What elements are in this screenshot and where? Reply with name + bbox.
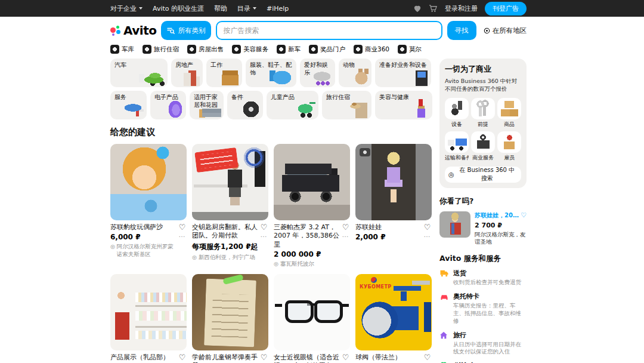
quicknav-more[interactable]: 莫尔 (398, 45, 422, 54)
category-tile-travel-stays[interactable]: 旅行住宿 (322, 91, 371, 119)
service-description: 车辆历史报告：里程、车主、抵押品信息、事故和维修 (453, 302, 527, 325)
business-tile-label: 前提 (471, 121, 495, 128)
category-tile-real-estate[interactable]: 房地产 (171, 59, 203, 87)
category-tile-beauty-health[interactable]: 美容与健康 (375, 91, 432, 119)
favorite-heart-icon[interactable]: ♡ (521, 212, 527, 219)
business-tile-premises[interactable]: 前提 (471, 98, 495, 128)
favorite-heart-icon[interactable]: ♡ (342, 353, 349, 361)
quicknav-new-cars[interactable]: 新车 (277, 45, 301, 54)
favorite-heart-icon[interactable]: ♡ (261, 223, 268, 231)
listing-card[interactable]: 苏联豹纹玩偶萨沙 6,000 ₽ ◎阿尔汉格尔斯克州罗蒙诺索夫斯基区 ♡ … (110, 144, 187, 268)
topbar-link-ihelp[interactable]: #iHelp (267, 5, 289, 13)
service-label: 旅行 (453, 331, 466, 340)
category-tile-home-garden[interactable]: 适用于家居和花园 (190, 91, 224, 119)
quicknav-label: 商业360 (365, 45, 389, 54)
car-report-icon (439, 293, 449, 300)
more-options-icon[interactable]: … (179, 232, 186, 238)
business-tile-business-services[interactable]: 商业服务 (471, 131, 495, 162)
category-tile-spare-parts[interactable]: 备件 (227, 91, 263, 119)
category-tile-clothing[interactable]: 服装、鞋子、配饰 (246, 59, 296, 87)
listing-title[interactable]: 女士近视眼镜（适合近视 4.5度）新款黑色 (274, 353, 341, 363)
quicknav-travel-stays[interactable]: 旅行住宿 (143, 45, 179, 54)
listing-card[interactable]: 产品展示（乳品部） 手头有 33,200 ₽ ◎阿尔汉格尔斯克州罗蒙诺索夫斯基区… (110, 274, 187, 363)
beauty-icon (232, 45, 241, 54)
category-tile-cars[interactable]: 汽车 (110, 59, 168, 87)
region-label: 在所有地区 (493, 26, 527, 35)
shirt-image (267, 68, 295, 86)
category-row-1: 汽车 房地产 工作 服装、鞋子、配饰 爱好和娱乐 动物 准备好业务和设备 (110, 59, 432, 87)
category-tile-electronics[interactable]: 电子产品 (150, 91, 186, 119)
favorite-heart-icon[interactable]: ♡ (179, 223, 186, 231)
quicknav-beauty-services[interactable]: 美容服务 (232, 45, 268, 54)
service-autoteka[interactable]: 奥托特卡 车辆历史报告：里程、车主、抵押品信息、事故和维修 (439, 292, 527, 325)
listing-title[interactable]: 苏联豹纹玩偶萨沙 (110, 223, 178, 232)
service-travel[interactable]: 旅行 从日历中选择可用日期并在线支付以保证您的入住 (439, 331, 527, 356)
search-input[interactable] (216, 21, 442, 40)
delivery-truck-icon (439, 269, 449, 277)
business-360-search-button[interactable]: ◎ 在 Business 360 中搜索 (445, 167, 521, 183)
favorites-heart-icon[interactable] (413, 5, 422, 13)
more-icon (398, 45, 407, 54)
topbar-link-for-business[interactable]: 对于企业 (110, 4, 143, 13)
cart-icon[interactable] (429, 4, 438, 13)
listing-price: 每项服务1,200 ₽起 (192, 242, 259, 252)
all-categories-button[interactable]: 所有类别 (161, 21, 211, 40)
viewed-item-title[interactable]: 苏联娃娃，20厘米，假... (475, 211, 519, 220)
more-options-icon[interactable]: … (424, 232, 431, 238)
viewed-item[interactable]: 苏联娃娃，20厘米，假... ♡ 2 700 ₽ 阿尔汉格尔斯克，友谊圣地 (439, 211, 527, 246)
quicknav-home-sale[interactable]: 房屋出售 (187, 45, 224, 54)
paint-roller-image (121, 100, 145, 118)
region-selector[interactable]: 在所有地区 (484, 26, 527, 35)
topbar-link-catalog[interactable]: 目录 (237, 4, 256, 13)
quicknav-prizes-portal[interactable]: 奖品门户 (309, 45, 345, 54)
listing-card[interactable]: 学龄前儿童钢琴弹奏手册 300 ₽ ♡ … (192, 274, 268, 363)
listing-title[interactable]: 三菱帕杰罗 3.2 AT，2007 年，358,386公里 (274, 223, 341, 249)
category-tile-business-equipment[interactable]: 准备好业务和设备 (375, 59, 431, 87)
listing-title[interactable]: 产品展示（乳品部） (110, 353, 178, 362)
search-button[interactable]: 寻找 (447, 21, 476, 40)
topbar-link-careers[interactable]: Avito 的职业生涯 (153, 4, 204, 13)
roller-skate-image (311, 68, 333, 86)
category-tile-kids[interactable]: 儿童产品 (267, 91, 318, 119)
avito-logo[interactable]: Avito (110, 23, 156, 38)
listing-card[interactable]: КУБОМЕТР 球阀（带法兰）30S41nzh kshfz 4 100 ₽ ◎… (355, 274, 432, 363)
topbar-link-help[interactable]: 帮助 (214, 4, 227, 13)
business-tile-equipment[interactable]: 设备 (445, 98, 469, 128)
more-options-icon[interactable]: … (261, 232, 268, 238)
business-tile-goods[interactable]: 商品 (497, 98, 521, 128)
favorite-heart-icon[interactable]: ♡ (424, 353, 431, 361)
favorite-heart-icon[interactable]: ♡ (179, 353, 186, 361)
listing-title[interactable]: 学龄前儿童钢琴弹奏手册 (192, 353, 259, 363)
listing-card[interactable]: 三菱帕杰罗 3.2 AT，2007 年，358,386公里 2 000 000 … (274, 144, 350, 268)
category-tile-jobs[interactable]: 工作 (206, 59, 242, 87)
listing-title[interactable]: 交钥匙厨房翻新。私人团队。分期付款 (192, 223, 259, 241)
listing-title[interactable]: 苏联娃娃 (355, 223, 423, 232)
listing-photo-piano-book (192, 274, 268, 350)
more-options-icon[interactable]: … (342, 232, 349, 238)
business-360-icon (354, 45, 363, 54)
listing-card[interactable]: 交钥匙厨房翻新。私人团队。分期付款 每项服务1,200 ₽起 ◎新西伯利亚，列宁… (192, 144, 268, 268)
service-delivery[interactable]: 送货 收到货后检查并可免费退货 (439, 269, 527, 287)
listing-price: 2,000 ₽ (355, 233, 423, 241)
favorite-heart-icon[interactable]: ♡ (424, 223, 431, 231)
category-tile-animals[interactable]: 动物 (339, 59, 371, 87)
business-tile-employees[interactable]: 雇员 (497, 131, 521, 162)
quicknav-garage[interactable]: 车库 (110, 45, 134, 54)
quicknav-business-360[interactable]: 商业360 (354, 45, 389, 54)
header: Avito 所有类别 寻找 在所有地区 (110, 17, 527, 44)
post-ad-button[interactable]: 刊登广告 (485, 2, 527, 16)
boxes-icon (497, 98, 521, 119)
category-tile-services[interactable]: 服务 (110, 91, 147, 119)
category-tile-hobbies[interactable]: 爱好和娱乐 (300, 59, 335, 87)
listing-title[interactable]: 球阀（带法兰）30S41nzh kshfz (355, 353, 423, 363)
favorite-heart-icon[interactable]: ♡ (261, 353, 268, 361)
listing-photo-kitchen-renovation (192, 144, 268, 220)
listings-grid: 苏联豹纹玩偶萨沙 6,000 ₽ ◎阿尔汉格尔斯克州罗蒙诺索夫斯基区 ♡ … (110, 144, 432, 363)
listing-card[interactable]: 女士近视眼镜（适合近视 4.5度）新款黑色 499 ₽ ♡ … (274, 274, 350, 363)
favorite-heart-icon[interactable]: ♡ (342, 223, 349, 231)
listing-card[interactable]: 苏联娃娃 2,000 ₽ ♡ … (355, 144, 432, 268)
topbar: 对于企业 Avito 的职业生涯 帮助 目录 #iHelp 登录和注册 刊登广告 (0, 0, 644, 17)
login-register-link[interactable]: 登录和注册 (445, 4, 478, 13)
viewed-item-location: 阿尔汉格尔斯克，友谊圣地 (475, 231, 527, 246)
business-tile-transport-parts[interactable]: 运输和备件 (445, 131, 469, 162)
